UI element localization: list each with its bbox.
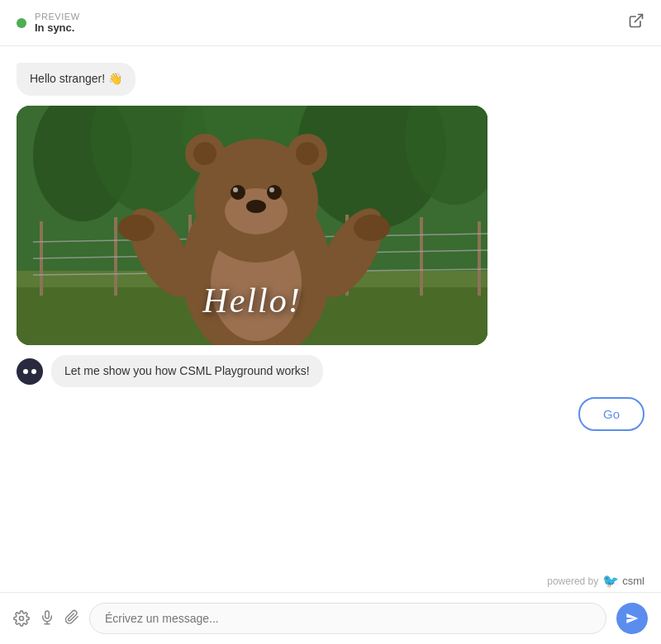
- message-row: Hello stranger! 👋: [17, 63, 644, 96]
- header-text: PREVIEW In sync.: [35, 12, 80, 34]
- svg-point-29: [233, 187, 238, 192]
- info-text: Let me show you how CSML Playground work…: [64, 364, 310, 377]
- svg-point-30: [269, 187, 274, 192]
- svg-rect-37: [45, 611, 50, 618]
- csml-logo: 🐦 csml: [602, 573, 644, 589]
- svg-point-34: [118, 215, 155, 241]
- svg-point-23: [193, 142, 216, 165]
- gif-hello-text: Hello!: [202, 281, 301, 320]
- toolbar: [0, 592, 661, 644]
- microphone-icon[interactable]: [40, 609, 55, 627]
- message-row-with-avatar: Let me show you how CSML Playground work…: [17, 355, 644, 388]
- header: PREVIEW In sync.: [0, 0, 661, 46]
- greeting-text: Hello stranger! 👋: [30, 72, 122, 85]
- bot-bubble-info: Let me show you how CSML Playground work…: [51, 355, 323, 388]
- svg-point-35: [354, 215, 390, 241]
- go-button[interactable]: Go: [578, 397, 644, 431]
- powered-by-text: powered by: [547, 575, 598, 587]
- sync-status: In sync.: [35, 21, 80, 34]
- bot-bubble-greeting: Hello stranger! 👋: [17, 63, 136, 96]
- send-button[interactable]: [616, 603, 648, 634]
- gif-row: Hello!: [17, 106, 644, 345]
- csml-brand-name: csml: [622, 575, 644, 587]
- attachment-icon[interactable]: [64, 609, 79, 627]
- bot-eye-right: [31, 369, 36, 374]
- csml-bird-icon: 🐦: [602, 573, 619, 589]
- bot-avatar: [17, 358, 43, 385]
- svg-point-28: [267, 185, 282, 200]
- status-indicator: [17, 18, 26, 28]
- svg-line-0: [635, 15, 642, 22]
- send-icon: [625, 612, 639, 625]
- svg-point-27: [231, 185, 245, 200]
- message-input[interactable]: [89, 603, 606, 634]
- svg-point-31: [246, 200, 266, 213]
- svg-point-36: [20, 617, 24, 621]
- header-left: PREVIEW In sync.: [17, 12, 80, 34]
- go-button-row: Go: [17, 397, 644, 431]
- bear-gif: Hello!: [17, 106, 487, 345]
- bot-eye-left: [23, 369, 28, 374]
- chat-area: Hello stranger! 👋: [0, 46, 661, 568]
- external-link-icon[interactable]: [628, 12, 644, 33]
- settings-icon[interactable]: [13, 610, 30, 627]
- bot-avatar-eyes: [23, 369, 36, 374]
- powered-by-row: powered by 🐦 csml: [0, 568, 661, 592]
- svg-point-25: [296, 142, 319, 165]
- preview-label: PREVIEW: [35, 12, 80, 21]
